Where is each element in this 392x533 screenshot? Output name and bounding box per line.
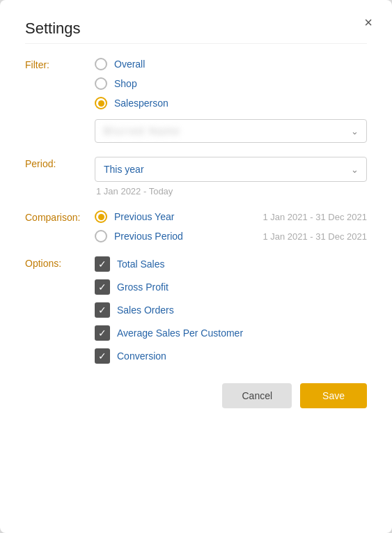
checkbox-avg-sales: ✓ — [95, 325, 110, 341]
comparison-previous-year-label: Previous Year — [114, 211, 174, 222]
period-hint: 1 Jan 2022 - Today — [95, 186, 367, 196]
radio-overall-circle — [95, 58, 107, 70]
option-total-sales[interactable]: ✓ Total Sales — [95, 256, 367, 272]
options-content: ✓ Total Sales ✓ Gross Profit ✓ Sales Ord… — [95, 256, 367, 364]
option-sales-orders-label: Sales Orders — [117, 304, 174, 316]
comparison-previous-year-date: 1 Jan 2021 - 31 Dec 2021 — [262, 212, 367, 222]
option-conversion[interactable]: ✓ Conversion — [95, 348, 367, 364]
checkmark-sales-orders-icon: ✓ — [98, 305, 107, 315]
checkmark-avg-sales-icon: ✓ — [98, 328, 107, 338]
checkmark-conversion-icon: ✓ — [98, 351, 107, 361]
comparison-previous-period-row[interactable]: Previous Period 1 Jan 2021 - 31 Dec 2021 — [95, 230, 367, 242]
close-button[interactable]: × — [364, 15, 373, 29]
radio-shop-circle — [95, 77, 107, 90]
checkbox-gross-profit: ✓ — [95, 279, 110, 295]
comparison-label: Comparison: — [25, 210, 95, 223]
options-label: Options: — [25, 256, 95, 269]
option-total-sales-label: Total Sales — [117, 258, 164, 270]
salesperson-dropdown[interactable]: Blurred Name — [95, 119, 367, 143]
comparison-previous-year-circle — [95, 210, 107, 223]
period-content: This year ⌄ 1 Jan 2022 - Today — [95, 157, 367, 196]
salesperson-dropdown-wrapper: Blurred Name ⌄ — [95, 119, 367, 143]
option-gross-profit[interactable]: ✓ Gross Profit — [95, 279, 367, 295]
radio-shop-label: Shop — [114, 78, 137, 89]
comparison-previous-period-circle — [95, 230, 107, 242]
period-label: Period: — [25, 157, 95, 169]
filter-section: Filter: Overall Shop Salesperson Blurred… — [25, 58, 367, 143]
comparison-content: Previous Year 1 Jan 2021 - 31 Dec 2021 P… — [95, 210, 367, 242]
radio-salesperson-circle — [95, 97, 107, 109]
options-section: Options: ✓ Total Sales ✓ Gross Profit ✓ … — [25, 256, 367, 364]
settings-dialog: Settings × Filter: Overall Shop Salesper… — [0, 0, 392, 533]
filter-content: Overall Shop Salesperson Blurred Name ⌄ — [95, 58, 367, 143]
divider-top — [25, 43, 367, 44]
radio-overall[interactable]: Overall — [95, 58, 367, 70]
option-sales-orders[interactable]: ✓ Sales Orders — [95, 302, 367, 318]
option-avg-sales[interactable]: ✓ Average Sales Per Customer — [95, 325, 367, 341]
comparison-previous-period-date: 1 Jan 2021 - 31 Dec 2021 — [262, 231, 367, 242]
period-section: Period: This year ⌄ 1 Jan 2022 - Today — [25, 157, 367, 196]
radio-salesperson[interactable]: Salesperson — [95, 97, 367, 109]
radio-overall-label: Overall — [114, 59, 145, 70]
comparison-section: Comparison: Previous Year 1 Jan 2021 - 3… — [25, 210, 367, 242]
checkmark-total-sales-icon: ✓ — [98, 259, 107, 269]
salesperson-value: Blurred Name — [104, 125, 180, 137]
checkbox-sales-orders: ✓ — [95, 302, 110, 318]
option-gross-profit-label: Gross Profit — [117, 281, 168, 293]
dialog-title: Settings — [25, 20, 81, 37]
checkmark-gross-profit-icon: ✓ — [98, 282, 107, 292]
checkbox-total-sales: ✓ — [95, 256, 110, 272]
save-button[interactable]: Save — [300, 383, 367, 408]
checkbox-conversion: ✓ — [95, 348, 110, 364]
radio-salesperson-label: Salesperson — [114, 98, 168, 109]
filter-label: Filter: — [25, 58, 95, 70]
footer: Cancel Save — [25, 383, 367, 408]
comparison-previous-year-row[interactable]: Previous Year 1 Jan 2021 - 31 Dec 2021 — [95, 210, 367, 223]
option-conversion-label: Conversion — [117, 350, 166, 362]
comparison-previous-period-label: Previous Period — [114, 231, 183, 242]
period-dropdown-wrapper: This year ⌄ — [95, 157, 367, 182]
radio-shop[interactable]: Shop — [95, 77, 367, 90]
option-avg-sales-label: Average Sales Per Customer — [117, 327, 243, 339]
period-dropdown[interactable]: This year — [95, 157, 367, 182]
cancel-button[interactable]: Cancel — [222, 383, 292, 408]
